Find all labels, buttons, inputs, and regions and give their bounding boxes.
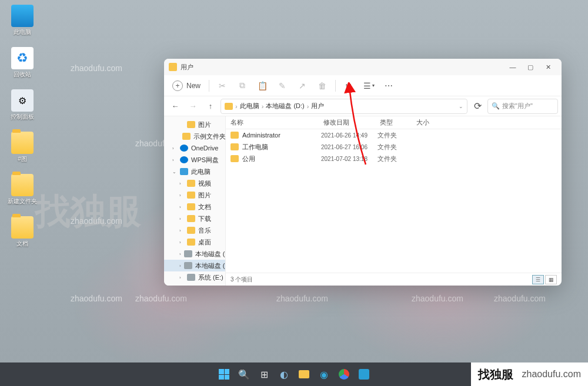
icon-label: 控制面板 bbox=[11, 113, 34, 121]
desktop-icon-folder[interactable]: #图 bbox=[5, 132, 40, 169]
folder-icon bbox=[11, 174, 34, 196]
nav-item[interactable]: 示例文件夹 bbox=[164, 130, 225, 142]
folder-icon bbox=[187, 239, 195, 246]
nav-label: 图片 bbox=[198, 191, 211, 200]
drive-icon bbox=[187, 274, 195, 281]
share-button[interactable]: ↗ bbox=[293, 78, 312, 94]
edge-taskbar[interactable]: ◉ bbox=[316, 366, 332, 382]
file-list[interactable]: Administrator2021-06-26 14:49文件夹工作电脑2021… bbox=[226, 129, 562, 273]
window-title: 用户 bbox=[181, 63, 193, 72]
breadcrumb-folder[interactable]: 用户 bbox=[311, 102, 324, 110]
desktop-icon-control[interactable]: ⚙控制面板 bbox=[5, 89, 40, 127]
chevron-icon: › bbox=[179, 228, 184, 233]
widgets-button[interactable]: ◐ bbox=[276, 366, 292, 382]
nav-item[interactable]: 图片 bbox=[164, 119, 225, 130]
nav-item[interactable]: ›WPS网盘 bbox=[164, 154, 225, 166]
taskview-button[interactable]: ⊞ bbox=[256, 366, 272, 382]
nav-item[interactable]: ›本地磁盘 (D:) bbox=[164, 260, 225, 271]
file-date: 2021-07-02 13:18 bbox=[321, 156, 377, 162]
nav-item[interactable]: ›文档 bbox=[164, 201, 225, 213]
chrome-taskbar[interactable] bbox=[336, 366, 352, 382]
nav-item[interactable]: ›系统 (E:) bbox=[164, 271, 225, 283]
chevron-icon: › bbox=[179, 181, 184, 186]
maximize-button[interactable]: ▢ bbox=[522, 59, 539, 75]
breadcrumb-drive[interactable]: 本地磁盘 (D:) bbox=[266, 102, 304, 110]
file-row[interactable]: 工作电脑2021-06-27 16:06文件夹 bbox=[226, 141, 562, 153]
address-bar[interactable]: › 此电脑 › 本地磁盘 (D:) › 用户 ⌄ bbox=[220, 99, 467, 114]
desktop-icon-folder[interactable]: 新建文件夹 bbox=[5, 174, 40, 212]
nav-item[interactable]: ›图片 bbox=[164, 189, 225, 201]
file-type: 文件夹 bbox=[377, 155, 414, 163]
new-button[interactable]: +New bbox=[168, 78, 205, 94]
chevron-icon: › bbox=[179, 275, 184, 280]
cloud-icon bbox=[180, 145, 188, 152]
view-button[interactable]: ☰▾ bbox=[359, 78, 378, 94]
navigation-pane[interactable]: 图片示例文件夹›OneDrive›WPS网盘⌄此电脑›视频›图片›文档›下载›音… bbox=[164, 116, 226, 286]
close-button[interactable]: ✕ bbox=[539, 59, 557, 75]
folder-icon bbox=[11, 132, 34, 154]
nav-item[interactable]: ›OneDrive bbox=[164, 142, 225, 154]
file-date: 2021-06-26 14:49 bbox=[321, 132, 377, 139]
folder-icon bbox=[299, 370, 309, 378]
nav-item[interactable]: ›桌面 bbox=[164, 236, 225, 248]
chevron-down-icon[interactable]: ⌄ bbox=[459, 103, 463, 109]
chevron-icon: › bbox=[235, 103, 238, 110]
copy-button[interactable]: ⧉ bbox=[233, 78, 252, 94]
desktop-icon-recycle[interactable]: 回收站 bbox=[5, 47, 40, 85]
recycle-icon bbox=[11, 47, 34, 69]
col-type[interactable]: 类型 bbox=[375, 118, 412, 127]
delete-button[interactable]: 🗑 bbox=[313, 78, 332, 94]
more-button[interactable]: ⋯ bbox=[379, 78, 398, 94]
grid-view-button[interactable]: ▦ bbox=[545, 275, 557, 284]
search-button[interactable]: 🔍 bbox=[236, 366, 252, 382]
nav-label: 图片 bbox=[198, 120, 211, 129]
search-placeholder: 搜索"用户" bbox=[502, 102, 533, 110]
folder-icon bbox=[187, 203, 195, 210]
sort-button[interactable]: ↑↓ bbox=[339, 78, 358, 94]
titlebar[interactable]: 用户 — ▢ ✕ bbox=[164, 59, 562, 75]
explorer-taskbar[interactable] bbox=[296, 366, 312, 382]
folder-icon bbox=[187, 192, 195, 199]
col-name[interactable]: 名称 bbox=[226, 118, 319, 127]
icon-label: 新建文件夹 bbox=[8, 197, 37, 206]
desktop-icon-folder[interactable]: 文档 bbox=[5, 216, 40, 254]
folder-icon bbox=[225, 103, 233, 110]
nav-item[interactable]: ›本地磁盘 (C:) bbox=[164, 248, 225, 260]
app-taskbar[interactable] bbox=[356, 366, 372, 382]
forward-button[interactable]: → bbox=[185, 99, 201, 114]
share-icon: ↗ bbox=[299, 81, 306, 90]
folder-icon bbox=[187, 227, 195, 234]
refresh-button[interactable]: ⟳ bbox=[470, 99, 485, 114]
col-size[interactable]: 大小 bbox=[412, 118, 441, 127]
file-row[interactable]: 公用2021-07-02 13:18文件夹 bbox=[226, 153, 562, 165]
copy-icon: ⧉ bbox=[239, 80, 245, 90]
breadcrumb-pc[interactable]: 此电脑 bbox=[240, 102, 259, 110]
nav-item[interactable]: ›视频 bbox=[164, 177, 225, 189]
chevron-icon: › bbox=[179, 263, 181, 268]
file-type: 文件夹 bbox=[377, 143, 414, 152]
file-date: 2021-06-27 16:06 bbox=[321, 144, 377, 150]
file-row[interactable]: Administrator2021-06-26 14:49文件夹 bbox=[226, 129, 562, 141]
up-button[interactable]: ↑ bbox=[203, 99, 218, 114]
paste-icon: 📋 bbox=[258, 81, 268, 90]
start-button[interactable] bbox=[216, 366, 232, 382]
paste-button[interactable]: 📋 bbox=[253, 78, 272, 94]
rename-button[interactable]: ✎ bbox=[273, 78, 292, 94]
nav-item[interactable]: ›音乐 bbox=[164, 224, 225, 236]
desktop-icon-pc[interactable]: 此电脑 bbox=[5, 5, 40, 42]
cut-button[interactable]: ✂ bbox=[213, 78, 232, 94]
view-icon: ☰ bbox=[363, 81, 371, 90]
search-input[interactable]: 🔍 搜索"用户" bbox=[487, 99, 558, 114]
new-label: New bbox=[186, 82, 201, 90]
nav-item[interactable]: ›下载 bbox=[164, 213, 225, 224]
nav-label: 示例文件夹 bbox=[193, 132, 226, 141]
minimize-button[interactable]: — bbox=[504, 59, 522, 75]
folder-icon bbox=[182, 133, 191, 140]
col-date[interactable]: 修改日期 bbox=[319, 118, 375, 127]
nav-item[interactable]: ⌄此电脑 bbox=[164, 166, 225, 177]
file-name: 公用 bbox=[242, 155, 321, 163]
control-icon: ⚙ bbox=[11, 89, 34, 112]
details-view-button[interactable]: ☰ bbox=[532, 275, 544, 284]
column-headers[interactable]: 名称 修改日期 类型 大小 bbox=[226, 116, 562, 129]
back-button[interactable]: ← bbox=[168, 99, 183, 114]
